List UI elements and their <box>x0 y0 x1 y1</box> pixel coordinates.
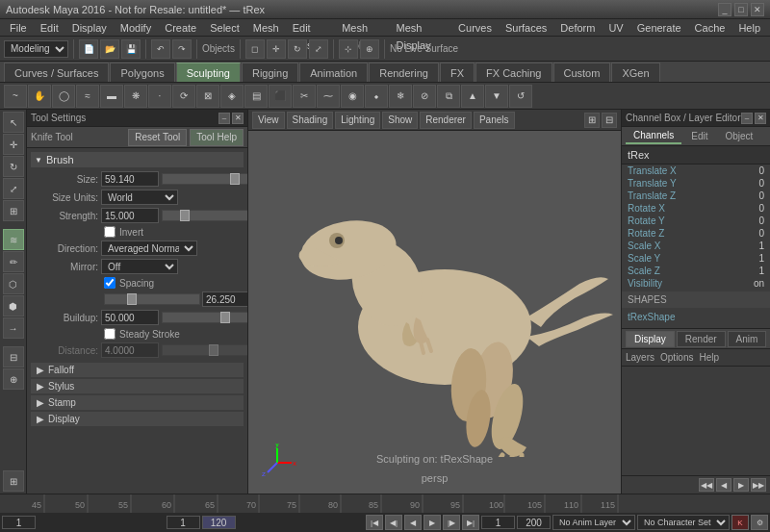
menu-create[interactable]: Create <box>159 19 202 37</box>
channel-scaley[interactable]: Scale Y 1 <box>622 252 770 265</box>
cb-channels-tab[interactable]: Channels <box>626 128 681 144</box>
rotate-icon[interactable]: ↻ <box>288 39 307 59</box>
direction-select[interactable]: Averaged Normal First Normal <box>101 241 197 256</box>
sculpt-repeat-icon[interactable]: ⟳ <box>172 85 195 108</box>
sculpt-clone-icon[interactable]: ⧉ <box>437 85 460 108</box>
menu-meshdisplay[interactable]: Mesh Display <box>391 19 451 37</box>
sculpt-relax-icon[interactable]: ~ <box>4 85 27 108</box>
transport-play-fwd[interactable]: ▶ <box>424 515 441 530</box>
minimize-button[interactable]: _ <box>718 3 732 16</box>
scale-tool-btn[interactable]: ⤢ <box>3 178 24 199</box>
vp-renderer-menu[interactable]: Renderer <box>420 112 472 129</box>
sculpt-fill-icon[interactable]: ⬛ <box>269 85 292 108</box>
anim-layer-select[interactable]: No Anim Layer <box>552 515 635 530</box>
rp-ctrl3[interactable]: ▶ <box>733 478 749 492</box>
playback-end-input[interactable] <box>517 516 551 529</box>
open-icon[interactable]: 📂 <box>100 39 119 59</box>
sculpt-tool-btn[interactable]: ≋ <box>3 229 24 250</box>
transport-to-start[interactable]: |◀ <box>366 515 383 530</box>
channel-scalex[interactable]: Scale X 1 <box>622 240 770 252</box>
tab-fx[interactable]: FX <box>440 63 475 82</box>
buildup-input[interactable] <box>101 310 159 325</box>
sculpt-foamy-icon[interactable]: ❋ <box>124 85 147 108</box>
vp-shading-menu[interactable]: Shading <box>287 112 334 129</box>
timeline-bar[interactable]: 45 50 55 60 65 70 75 80 85 90 95 100 105 <box>0 494 770 513</box>
sculpt-scrape-icon[interactable]: ▤ <box>244 85 268 108</box>
tab-fx-caching[interactable]: FX Caching <box>475 63 552 82</box>
select-tool-btn[interactable]: ↖ <box>3 112 24 133</box>
sculpt-knife-icon[interactable]: ✂ <box>293 85 316 108</box>
sculpt-smooth-icon[interactable]: ◯ <box>52 85 75 108</box>
rp-ctrl4[interactable]: ▶▶ <box>751 478 766 492</box>
menu-uv[interactable]: UV <box>603 19 629 37</box>
tab-custom[interactable]: Custom <box>553 63 611 82</box>
disp-display-tab[interactable]: Display <box>626 331 675 347</box>
distance-input[interactable] <box>101 342 159 358</box>
char-set-select[interactable]: No Character Set <box>637 515 730 530</box>
menu-deform[interactable]: Deform <box>554 19 601 37</box>
rp-ctrl2[interactable]: ◀ <box>716 478 732 492</box>
sculpt-push-icon[interactable]: ▼ <box>485 85 508 108</box>
tab-animation[interactable]: Animation <box>299 63 368 82</box>
toolpanel-close-btn[interactable]: ✕ <box>232 113 244 124</box>
size-units-select[interactable]: World Screen <box>101 190 178 205</box>
tab-polygons[interactable]: Polygons <box>110 63 174 82</box>
mode-selector[interactable]: Modeling <box>4 40 68 58</box>
vp-icon2[interactable]: ⊟ <box>602 113 617 128</box>
disp-render-tab[interactable]: Render <box>677 331 726 347</box>
hotbox-btn[interactable]: ⊞ <box>3 470 24 492</box>
range-end-input[interactable] <box>202 516 236 529</box>
options-menu[interactable]: Options <box>660 352 693 363</box>
menu-modify[interactable]: Modify <box>115 19 157 37</box>
vp-view-menu[interactable]: View <box>252 112 285 129</box>
stamp-header[interactable]: ▶ Stamp <box>31 395 244 410</box>
viewport-canvas[interactable]: x y z Sculpting on: tRexShape persp <box>248 131 621 494</box>
sculpt-freeze-icon[interactable]: ❄ <box>389 85 412 108</box>
move-icon[interactable]: ✛ <box>267 39 286 59</box>
tab-xgen[interactable]: XGen <box>611 63 659 82</box>
tab-curves-surfaces[interactable]: Curves / Surfaces <box>4 63 109 82</box>
size-slider[interactable] <box>162 173 247 185</box>
playback-start-input[interactable] <box>481 516 515 529</box>
reset-tool-btn[interactable]: Reset Tool <box>128 129 187 146</box>
sculpt-pull-icon[interactable]: ▲ <box>461 85 484 108</box>
transform-tool-btn[interactable]: ⊞ <box>3 200 24 221</box>
help-menu[interactable]: Help <box>699 352 719 363</box>
sculpt-erase-icon[interactable]: ⊘ <box>413 85 436 108</box>
tab-sculpting[interactable]: Sculpting <box>176 63 241 82</box>
current-frame-input[interactable] <box>167 516 200 529</box>
channel-rotatey[interactable]: Rotate Y 0 <box>622 215 770 227</box>
transport-play-back[interactable]: ◀ <box>404 515 422 530</box>
tool-help-btn[interactable]: Tool Help <box>190 129 244 146</box>
select-icon[interactable]: ◻ <box>245 39 265 59</box>
strength-input[interactable] <box>101 208 159 223</box>
channel-translatez[interactable]: Translate Z 0 <box>622 190 770 202</box>
buildup-slider[interactable] <box>162 312 247 323</box>
toolpanel-collapse-btn[interactable]: – <box>218 113 230 124</box>
menu-generate[interactable]: Generate <box>631 19 687 37</box>
steady-stroke-checkbox[interactable] <box>104 328 116 340</box>
transport-next-frame[interactable]: |▶ <box>443 515 460 530</box>
sculpt-bulge-icon[interactable]: ◉ <box>341 85 364 108</box>
tool11-btn[interactable]: ⊕ <box>3 368 24 390</box>
arrow-tool-btn[interactable]: → <box>3 317 24 339</box>
sculpt-amplify-icon[interactable]: ⬥ <box>365 85 388 108</box>
transport-to-end[interactable]: ▶| <box>462 515 479 530</box>
mirror-select[interactable]: Off X Y Z <box>101 259 178 274</box>
sculpt-pinch-icon[interactable]: ≈ <box>76 85 99 108</box>
tab-rigging[interactable]: Rigging <box>242 63 298 82</box>
cb-close-btn[interactable]: ✕ <box>755 113 766 124</box>
paint2-tool-btn[interactable]: ⬡ <box>3 273 24 294</box>
tool10-btn[interactable]: ⊟ <box>3 346 24 367</box>
vp-show-menu[interactable]: Show <box>382 112 418 129</box>
new-scene-icon[interactable]: 📄 <box>79 39 98 59</box>
menu-meshtools[interactable]: Mesh Tools <box>336 19 388 37</box>
settings-btn[interactable]: ⚙ <box>751 515 768 530</box>
redo-icon[interactable]: ↷ <box>172 39 192 59</box>
menu-curves[interactable]: Curves <box>452 19 498 37</box>
cb-edit-tab[interactable]: Edit <box>683 129 715 143</box>
channel-rotatex[interactable]: Rotate X 0 <box>622 202 770 215</box>
menu-surfaces[interactable]: Surfaces <box>500 19 552 37</box>
snap-icon[interactable]: ⊹ <box>339 39 358 59</box>
sculpt-flatten-icon[interactable]: ▬ <box>100 85 123 108</box>
